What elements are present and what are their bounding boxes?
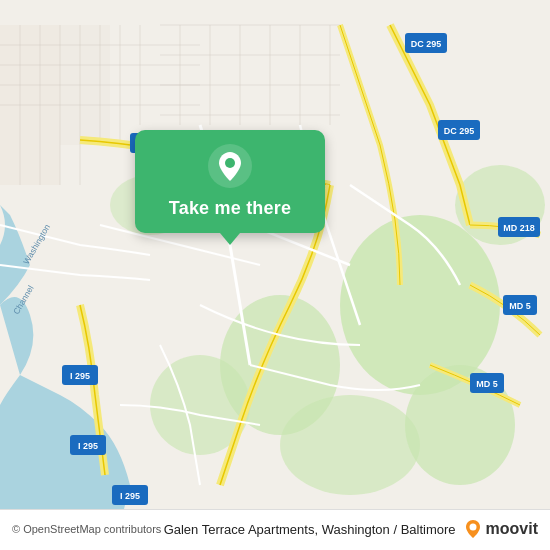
moovit-logo: moovit	[462, 518, 538, 540]
map-container: DC 295 DC 295 I 695 I 295 I 295 I 295 MD…	[0, 0, 550, 550]
svg-text:MD 5: MD 5	[476, 379, 498, 389]
map-svg: DC 295 DC 295 I 695 I 295 I 295 I 295 MD…	[0, 0, 550, 550]
svg-text:I 295: I 295	[120, 491, 140, 501]
map-attribution: © OpenStreetMap contributors	[12, 523, 161, 535]
svg-text:DC 295: DC 295	[444, 126, 475, 136]
location-pin-icon	[208, 144, 252, 188]
bottom-bar: © OpenStreetMap contributors Galen Terra…	[0, 509, 550, 550]
svg-text:I 295: I 295	[70, 371, 90, 381]
moovit-brand-label: moovit	[486, 520, 538, 538]
svg-text:MD 218: MD 218	[503, 223, 535, 233]
tooltip-popup: Take me there	[135, 130, 325, 233]
svg-point-4	[280, 395, 420, 495]
svg-point-53	[469, 524, 476, 531]
svg-text:MD 5: MD 5	[509, 301, 531, 311]
svg-text:DC 295: DC 295	[411, 39, 442, 49]
take-me-there-button[interactable]: Take me there	[169, 198, 291, 219]
location-name-label: Galen Terrace Apartments, Washington / B…	[164, 522, 456, 537]
svg-point-52	[225, 158, 235, 168]
svg-text:I 295: I 295	[78, 441, 98, 451]
moovit-pin-icon	[462, 518, 484, 540]
bottom-right-info: Galen Terrace Apartments, Washington / B…	[164, 518, 538, 540]
